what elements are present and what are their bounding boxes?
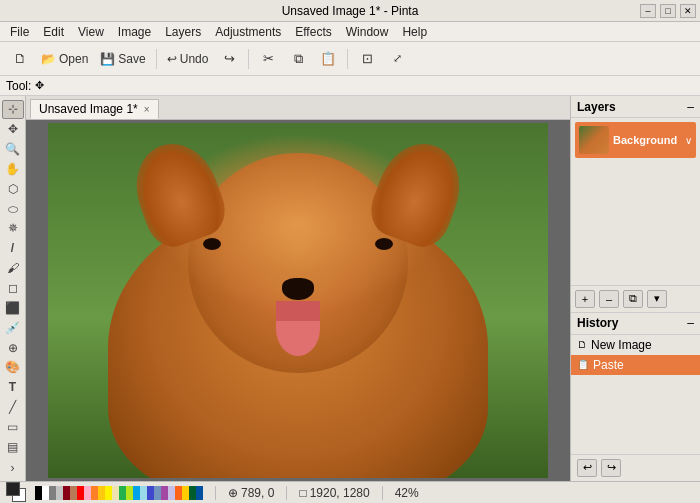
palette-color-swatch[interactable] — [154, 486, 161, 500]
gradient-tool[interactable]: ▤ — [2, 437, 24, 456]
history-undo-button[interactable]: ↩ — [577, 459, 597, 477]
text-tool[interactable]: T — [2, 378, 24, 397]
palette-color-swatch[interactable] — [175, 486, 182, 500]
palette-color-swatch[interactable] — [196, 486, 203, 500]
palette-color-swatch[interactable] — [105, 486, 112, 500]
save-button[interactable]: 💾 Save — [95, 46, 150, 72]
palette-color-swatch[interactable] — [182, 486, 189, 500]
image-tab[interactable]: Unsaved Image 1* × — [30, 99, 159, 119]
redo-button[interactable]: ↪ — [215, 46, 243, 72]
select-lasso-tool[interactable]: ⬡ — [2, 179, 24, 198]
zoom-tool[interactable]: 🔍 — [2, 140, 24, 159]
shape-tool[interactable]: ▭ — [2, 418, 24, 437]
new-button[interactable]: 🗋 — [6, 46, 34, 72]
save-label: Save — [118, 52, 145, 66]
select-rectangle-tool[interactable]: ⊹ — [2, 100, 24, 119]
tool-options-bar: Tool: ✥ — [0, 76, 700, 96]
image-dimensions: □ 1920, 1280 — [299, 486, 369, 500]
close-button[interactable]: ✕ — [680, 4, 696, 18]
copy-button[interactable]: ⧉ — [284, 46, 312, 72]
palette-color-swatch[interactable] — [84, 486, 91, 500]
undo-button[interactable]: ↩ Undo — [162, 46, 214, 72]
status-sep-1 — [215, 486, 216, 500]
select-move-tool[interactable]: ✥ — [2, 120, 24, 139]
undo-label: Undo — [180, 52, 209, 66]
layer-more-button[interactable]: ▾ — [647, 290, 667, 308]
palette-color-swatch[interactable] — [56, 486, 63, 500]
palette-color-swatch[interactable] — [189, 486, 196, 500]
palette-color-swatch[interactable] — [133, 486, 140, 500]
pencil-tool[interactable]: / — [2, 239, 24, 258]
status-sep-3 — [382, 486, 383, 500]
dimensions-icon: □ — [299, 486, 306, 500]
history-item-new-image[interactable]: 🗋 New Image — [571, 335, 700, 355]
color-palette — [35, 486, 203, 500]
maximize-button[interactable]: □ — [660, 4, 676, 18]
menu-layers[interactable]: Layers — [159, 22, 207, 42]
palette-color-swatch[interactable] — [98, 486, 105, 500]
magic-wand-tool[interactable]: ✵ — [2, 219, 24, 238]
color-picker-tool[interactable]: 💉 — [2, 318, 24, 337]
canvas-area: Unsaved Image 1* × — [26, 96, 570, 481]
paste-button[interactable]: 📋 — [314, 46, 342, 72]
palette-color-swatch[interactable] — [42, 486, 49, 500]
cut-button[interactable]: ✂ — [254, 46, 282, 72]
select-ellipse-tool[interactable]: ⬭ — [2, 199, 24, 218]
open-label: Open — [59, 52, 88, 66]
resize-button[interactable]: ⤢ — [383, 46, 411, 72]
paintbrush-tool[interactable]: 🖌 — [2, 259, 24, 278]
menu-file[interactable]: File — [4, 22, 35, 42]
palette-color-swatch[interactable] — [140, 486, 147, 500]
palette-color-swatch[interactable] — [147, 486, 154, 500]
palette-color-swatch[interactable] — [161, 486, 168, 500]
open-button[interactable]: 📂 Open — [36, 46, 93, 72]
layers-collapse-button[interactable]: – — [687, 100, 694, 114]
canvas-container[interactable] — [26, 120, 570, 481]
history-item-paste[interactable]: 📋 Paste — [571, 355, 700, 375]
layer-expand-icon: ∨ — [685, 135, 692, 146]
current-tool-icon: ✥ — [35, 79, 44, 92]
main-area: ⊹ ✥ 🔍 ✋ ⬡ ⬭ ✵ / 🖌 ◻ ⬛ 💉 ⊕ 🎨 T ╱ ▭ ▤ › Un… — [0, 96, 700, 481]
palette-color-swatch[interactable] — [112, 486, 119, 500]
fill-tool[interactable]: ⬛ — [2, 298, 24, 317]
duplicate-layer-button[interactable]: ⧉ — [623, 290, 643, 308]
menu-edit[interactable]: Edit — [37, 22, 70, 42]
palette-color-swatch[interactable] — [119, 486, 126, 500]
menu-window[interactable]: Window — [340, 22, 395, 42]
background-layer[interactable]: Background ∨ — [575, 122, 696, 158]
clone-stamp-tool[interactable]: ⊕ — [2, 338, 24, 357]
palette-color-swatch[interactable] — [35, 486, 42, 500]
toolbar-sep-1 — [156, 49, 157, 69]
expand-toolbox-button[interactable]: › — [2, 458, 24, 477]
palette-color-swatch[interactable] — [91, 486, 98, 500]
palette-color-swatch[interactable] — [126, 486, 133, 500]
add-layer-button[interactable]: + — [575, 290, 595, 308]
tab-close-button[interactable]: × — [144, 104, 150, 115]
position-icon: ⊕ — [228, 486, 238, 500]
toolbox: ⊹ ✥ 🔍 ✋ ⬡ ⬭ ✵ / 🖌 ◻ ⬛ 💉 ⊕ 🎨 T ╱ ▭ ▤ › — [0, 96, 26, 481]
menu-view[interactable]: View — [72, 22, 110, 42]
palette-color-swatch[interactable] — [49, 486, 56, 500]
history-collapse-button[interactable]: – — [687, 316, 694, 330]
foreground-color-swatch[interactable] — [6, 482, 20, 496]
menu-help[interactable]: Help — [396, 22, 433, 42]
history-redo-button[interactable]: ↪ — [601, 459, 621, 477]
menu-adjustments[interactable]: Adjustments — [209, 22, 287, 42]
delete-layer-button[interactable]: – — [599, 290, 619, 308]
palette-color-swatch[interactable] — [63, 486, 70, 500]
minimize-button[interactable]: – — [640, 4, 656, 18]
layer-buttons: + – ⧉ ▾ — [571, 285, 700, 312]
palette-color-swatch[interactable] — [70, 486, 77, 500]
line-tool[interactable]: ╱ — [2, 398, 24, 417]
pan-tool[interactable]: ✋ — [2, 160, 24, 179]
menu-image[interactable]: Image — [112, 22, 157, 42]
palette-color-swatch[interactable] — [77, 486, 84, 500]
open-icon: 📂 — [41, 52, 56, 66]
palette-color-swatch[interactable] — [168, 486, 175, 500]
crop-button[interactable]: ⊡ — [353, 46, 381, 72]
eraser-tool[interactable]: ◻ — [2, 279, 24, 298]
history-label: History — [577, 316, 618, 330]
menu-effects[interactable]: Effects — [289, 22, 337, 42]
recolor-tool[interactable]: 🎨 — [2, 358, 24, 377]
dimensions-value: 1920, 1280 — [310, 486, 370, 500]
